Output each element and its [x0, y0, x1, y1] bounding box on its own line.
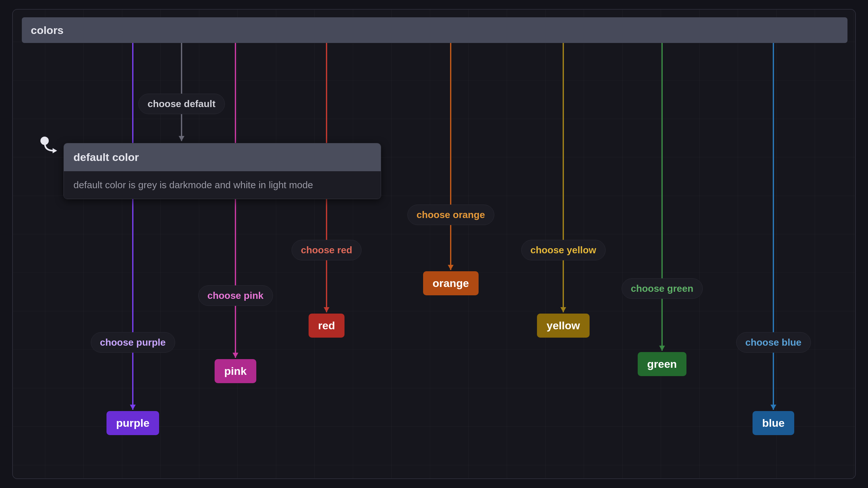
- state-label: blue: [762, 417, 784, 429]
- state-node-green[interactable]: green: [638, 352, 687, 376]
- tooltip-title: default color: [64, 143, 381, 171]
- event-pill-purple[interactable]: choose purple: [91, 332, 175, 353]
- state-node-orange[interactable]: orange: [423, 271, 478, 295]
- state-label: red: [318, 319, 335, 331]
- state-tooltip: default color default color is grey is d…: [63, 143, 381, 199]
- state-node-yellow[interactable]: yellow: [537, 314, 590, 337]
- state-label: pink: [224, 365, 247, 377]
- event-pill-yellow[interactable]: choose yellow: [521, 240, 606, 260]
- state-node-red[interactable]: red: [309, 314, 345, 337]
- state-machine-panel[interactable]: colors default color default color is gr…: [12, 9, 856, 479]
- state-label: orange: [433, 277, 469, 289]
- event-pill-blue[interactable]: choose blue: [736, 332, 811, 353]
- event-pill-red[interactable]: choose red: [291, 240, 362, 260]
- state-node-purple[interactable]: purple: [106, 411, 159, 435]
- event-pill-pink[interactable]: choose pink: [198, 285, 273, 306]
- event-label: choose orange: [417, 209, 485, 220]
- event-label: choose purple: [100, 337, 166, 348]
- tooltip-body: default color is grey is darkmode and wh…: [64, 171, 381, 199]
- entry-arrow-icon: [43, 143, 60, 156]
- event-label: choose yellow: [531, 245, 596, 255]
- event-pill-green[interactable]: choose green: [622, 278, 703, 299]
- state-label: yellow: [547, 319, 580, 331]
- event-pill-orange[interactable]: choose orange: [407, 204, 494, 225]
- root-state-header[interactable]: colors: [22, 17, 847, 43]
- state-node-pink[interactable]: pink: [215, 359, 256, 383]
- state-label: purple: [116, 417, 150, 429]
- event-label: choose green: [631, 283, 693, 294]
- root-state-title: colors: [31, 24, 63, 37]
- event-label: choose red: [301, 245, 352, 255]
- event-pill-default[interactable]: choose default: [138, 94, 225, 114]
- event-label: choose default: [148, 98, 216, 109]
- state-label: green: [647, 358, 677, 370]
- event-label: choose blue: [745, 337, 802, 348]
- event-label: choose pink: [208, 290, 264, 301]
- grid-background: [13, 10, 855, 478]
- state-node-blue[interactable]: blue: [752, 411, 794, 435]
